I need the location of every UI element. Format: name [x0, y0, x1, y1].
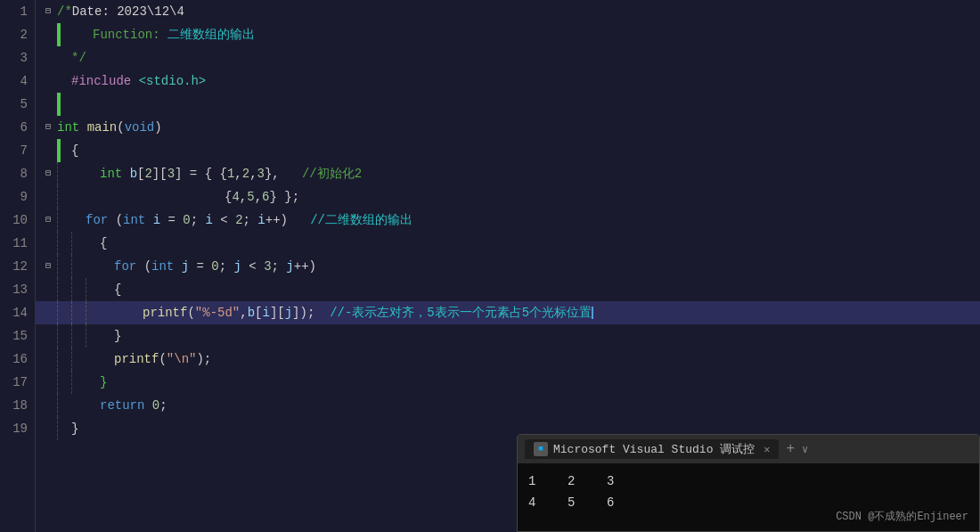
- code-line-4: #include <stdio.h>: [36, 70, 980, 93]
- terminal-close-btn[interactable]: ✕: [764, 443, 770, 456]
- line-num-4: 4: [7, 70, 28, 93]
- line-7-brace: {: [71, 139, 78, 162]
- line-8-comma2: ,: [249, 162, 257, 185]
- code-line-11: {: [36, 232, 980, 255]
- line-12-0: 0: [211, 255, 218, 278]
- line-10-oparen: (: [116, 209, 123, 232]
- line-num-7: 7: [7, 139, 28, 162]
- line-num-10: 10: [7, 209, 28, 232]
- line-8-spaces: [280, 162, 302, 185]
- collapse-10[interactable]: ⊟: [45, 209, 51, 232]
- line-12-sp2: [174, 255, 181, 278]
- code-line-12: ⊟ for ( int j = 0 ; j < 3 ; j ++: [36, 255, 980, 278]
- code-line-6: ⊟ int main ( void ): [36, 116, 980, 139]
- line-14-bi2: ][: [270, 301, 285, 324]
- line-8-cb: ]: [152, 162, 159, 185]
- line-numbers: 1 2 3 4 5 6 7 8 9 10 11 12 13 14 15 16 1…: [0, 0, 36, 532]
- terminal-row-1: 1 2 3: [528, 471, 968, 492]
- line-12-j: j: [182, 255, 189, 278]
- collapse-8[interactable]: ⊟: [45, 162, 51, 185]
- collapse-6[interactable]: ⊟: [45, 116, 51, 139]
- line-6-void: void: [125, 116, 155, 139]
- line-12-j2: j: [234, 255, 241, 278]
- line-8-2: 2: [144, 162, 151, 185]
- line-16-printf: printf: [114, 348, 159, 371]
- code-line-13: {: [36, 278, 980, 301]
- line-17-brace: }: [100, 371, 107, 394]
- line-19-brace: }: [71, 417, 78, 440]
- line-6-closeparen: ): [154, 116, 161, 139]
- line-6-main: main: [87, 116, 118, 139]
- terminal-r1-c2: 2: [568, 471, 585, 492]
- line-8-brackets: [: [137, 162, 144, 185]
- line-9-6: 6: [262, 185, 269, 209]
- line-3-text: */: [71, 46, 86, 70]
- collapse-12[interactable]: ⊟: [45, 255, 51, 278]
- line-16-str: "\n": [167, 348, 197, 371]
- gutter-1[interactable]: ⊟: [39, 0, 57, 23]
- line-num-16: 16: [7, 348, 28, 371]
- line-10-sp1: [108, 209, 115, 232]
- line-14-comment: //-表示左对齐，5表示一个元素占5个光标位置: [330, 301, 592, 324]
- line-8-cb2: ]: [175, 162, 182, 185]
- terminal-plus-btn[interactable]: +: [786, 441, 795, 457]
- green-bar-7: [57, 139, 61, 162]
- line-num-18: 18: [7, 394, 28, 417]
- terminal-r1-c1: 1: [528, 471, 546, 492]
- line-num-6: 6: [7, 116, 28, 139]
- terminal-r1-c3: 3: [607, 471, 625, 492]
- line-8-sp: [122, 162, 129, 185]
- code-line-17: }: [36, 371, 980, 394]
- line-num-19: 19: [7, 417, 28, 440]
- line-8-b: b: [130, 162, 137, 185]
- line-8-eq: =: [182, 162, 204, 185]
- code-line-7: {: [36, 139, 980, 162]
- line-10-2: 2: [235, 209, 242, 232]
- line-8-int: int: [100, 162, 122, 185]
- line-8-1: 1: [227, 162, 234, 185]
- code-line-8: ⊟ int b [ 2 ] [ 3 ] = { { 1 , 2 ,: [36, 162, 980, 185]
- line-10-i2: i: [206, 209, 213, 232]
- line-10-for: for: [86, 209, 108, 232]
- line-num-11: 11: [7, 232, 28, 255]
- editor-container: 1 2 3 4 5 6 7 8 9 10 11 12 13 14 15 16 1…: [0, 0, 980, 532]
- line-15-brace: }: [114, 324, 121, 348]
- code-line-10: ⊟ for ( int i = 0 ; i < 2 ; i ++ ): [36, 209, 980, 232]
- line-10-0: 0: [183, 209, 190, 232]
- line-14-fmt: "%-5d": [195, 301, 240, 324]
- line-6-space: [79, 116, 86, 139]
- terminal-tab-main[interactable]: ■ Microsoft Visual Studio 调试控 ✕: [525, 439, 779, 459]
- line-10-semi1: ;: [191, 209, 206, 232]
- line-num-3: 3: [7, 46, 28, 70]
- line-11-brace: {: [100, 232, 107, 255]
- line-14-b: b: [248, 301, 255, 324]
- line-14-oparen: (: [187, 301, 194, 324]
- terminal-panel: ■ Microsoft Visual Studio 调试控 ✕ + ∨ 1 2 …: [517, 434, 980, 532]
- line-8-3b: 3: [257, 162, 265, 185]
- line-8-ob2: [: [159, 162, 167, 185]
- line-9-4: 4: [232, 185, 239, 209]
- line-num-1: 1: [7, 0, 28, 23]
- line-num-5: 5: [7, 93, 28, 116]
- terminal-chevron-btn[interactable]: ∨: [802, 443, 808, 456]
- line-10-i: i: [153, 209, 160, 232]
- line-9-5: 5: [247, 185, 254, 209]
- gutter-12[interactable]: ⊟: [39, 255, 57, 278]
- line-12-lt: <: [241, 255, 264, 278]
- gutter-10[interactable]: ⊟: [39, 209, 57, 232]
- line-8-comma1: ,: [234, 162, 241, 185]
- line-9-close: } };: [269, 185, 299, 209]
- code-line-9: { 4 , 5 , 6 } };: [36, 185, 980, 209]
- line-14-comma: ,: [240, 301, 247, 324]
- line-10-sp3: [288, 209, 310, 232]
- line-16-cparen: );: [196, 348, 211, 371]
- collapse-1[interactable]: ⊟: [45, 0, 51, 23]
- line-12-eq: =: [189, 255, 211, 278]
- line-8-3: 3: [167, 162, 175, 185]
- terminal-tab-bar: ■ Microsoft Visual Studio 调试控 ✕ + ∨: [518, 435, 979, 463]
- code-line-18: return 0 ;: [36, 394, 980, 417]
- gutter-8[interactable]: ⊟: [39, 162, 57, 185]
- gutter-6[interactable]: ⊟: [39, 116, 57, 139]
- terminal-r2-c1: 4: [528, 492, 546, 513]
- line-4-include: #include: [71, 70, 131, 93]
